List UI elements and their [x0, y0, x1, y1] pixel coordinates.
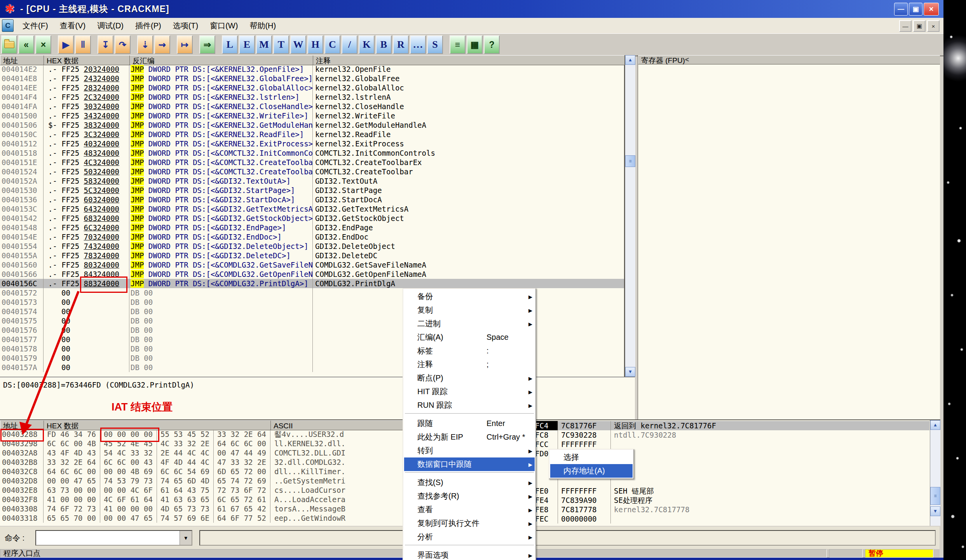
register-line[interactable]: T 0 GS 0000 NULL — [641, 217, 939, 227]
register-line[interactable]: EDI 7C930228 ntdll.7C930228 — [641, 132, 939, 142]
context-menu-item[interactable]: 标签 : — [404, 344, 535, 358]
title-bar[interactable]: ✱ - [CPU - 主线程,模块 - CRACKME] — ▣ × — [0, 0, 943, 18]
stack-scroll-down-button[interactable]: ▼ — [930, 506, 940, 516]
submenu-item[interactable]: 选择 — [550, 450, 633, 464]
stack-row[interactable]: FE8 7C817778 kernel32.7C817778 — [534, 505, 929, 514]
disassembly-row[interactable]: 00401554 .- FF25 74324000 JMP DWORD PTR … — [0, 242, 624, 251]
stack-row[interactable]: FC4 7C81776F 返回到 kernel32.7C81776F — [534, 421, 929, 430]
context-menu-item[interactable]: 复制 ▶ — [404, 303, 535, 317]
register-line[interactable]: FCW 027F Prec NEAR,53 掩码 1 1 1 1 1 1 — [641, 370, 939, 379]
stack-row[interactable]: FCC FFFFFFFF — [534, 440, 929, 449]
register-line[interactable]: ECX 0012FFB0 — [641, 75, 939, 85]
register-line[interactable]: P 0 CS 001B 32位 0(FFFFFFFF) — [641, 179, 939, 189]
command-input[interactable]: ▼ — [35, 530, 192, 546]
register-line[interactable]: O 0 LastErr ERROR_MOD_NOT_FOUND (0000007… — [641, 237, 939, 246]
context-menu-item[interactable]: 分析 ▶ — [404, 530, 535, 544]
register-line[interactable] — [641, 141, 939, 151]
stack-scrollbar[interactable]: ▲ ≡ ▼ — [930, 420, 940, 526]
stack-row[interactable]: FE4 7C839A90 SE处理程序 — [534, 496, 929, 505]
menu-item[interactable]: 帮助(H) — [244, 20, 282, 31]
context-menu-item[interactable]: 查找(S) ▶ — [404, 476, 535, 489]
toolbar-button[interactable]: T — [273, 35, 289, 54]
toolbar-button[interactable]: ? — [484, 35, 500, 54]
toolbar-button[interactable]: « — [18, 35, 34, 54]
register-line[interactable]: ST3 empty 0.0 — [641, 303, 939, 313]
mdi-minimize-button[interactable]: — — [899, 20, 912, 32]
disassembly-row[interactable]: 0040154E .- FF25 70324000 JMP DWORD PTR … — [0, 232, 624, 242]
context-menu-item[interactable]: 此处为新 EIP Ctrl+Gray * — [404, 430, 535, 444]
register-line[interactable]: EAX 00000000 — [641, 65, 939, 75]
context-menu-item[interactable]: 备份 ▶ — [404, 290, 535, 303]
scroll-thumb[interactable]: ≡ — [625, 155, 635, 167]
menu-item[interactable]: 文件(F) — [17, 20, 54, 31]
toolbar-button[interactable]: B — [376, 35, 392, 54]
register-line[interactable]: ESI FFFFFFFF — [641, 122, 939, 132]
mdi-restore-button[interactable]: ▣ — [913, 20, 926, 32]
register-line[interactable]: ST7 empty 1.0000000000000000000 — [641, 341, 939, 351]
stack-scroll-thumb[interactable]: ≡ — [930, 487, 940, 505]
register-line[interactable]: FST 4020 Cond 1 0 0 0 Err 0 0 1 0 0 0 0 … — [641, 360, 939, 370]
cpu-window-icon[interactable]: C — [2, 19, 14, 32]
disassembly-row[interactable]: 00401560 .- FF25 80324000 JMP DWORD PTR … — [0, 260, 624, 270]
disassembly-row[interactable]: 00401536 .- FF25 60324000 JMP DWORD PTR … — [0, 195, 624, 204]
context-menu-item[interactable]: 查看 ▶ — [404, 503, 535, 517]
toolbar-button[interactable]: ↧ — [98, 35, 113, 54]
context-menu-item[interactable]: HIT 跟踪 ▶ — [404, 385, 535, 398]
register-line[interactable]: EBP 0012FFF0 — [641, 113, 939, 123]
toolbar-button[interactable]: H — [307, 35, 323, 54]
registers-header[interactable]: 寄存器 (FPU) <<<<<< — [638, 55, 940, 64]
disassembly-row[interactable]: 0040150C .- FF25 3C324000 JMP DWORD PTR … — [0, 130, 624, 139]
toolbar-button[interactable]: R — [393, 35, 409, 54]
toolbar-button[interactable] — [1, 35, 17, 54]
disassembly-row[interactable]: 00401548 .- FF25 6C324000 JMP DWORD PTR … — [0, 223, 624, 232]
toolbar-button[interactable]: ▦ — [467, 35, 483, 54]
toolbar-button[interactable]: W — [290, 35, 306, 54]
disassembly-row[interactable]: 00401524 .- FF25 50324000 JMP DWORD PTR … — [0, 167, 624, 176]
toolbar-button[interactable]: E — [239, 35, 255, 54]
context-menu-item[interactable] — [404, 472, 535, 476]
mdi-close-button[interactable]: × — [927, 20, 940, 32]
scroll-up-button[interactable]: ▲ — [625, 55, 635, 65]
stack-row[interactable]: FEC 00000000 — [534, 514, 929, 523]
toolbar-button[interactable]: ‖ — [75, 35, 91, 54]
disassembly-row[interactable]: 004014F4 .- FF25 2C324000 JMP DWORD PTR … — [0, 92, 624, 102]
register-line[interactable]: ST5 empty 0.0 — [641, 322, 939, 332]
disassembly-row[interactable]: 004014E8 .- FF25 24324000 JMP DWORD PTR … — [0, 74, 624, 83]
register-line[interactable]: EIP 00401000 CRACKME.<模块入口点> — [641, 151, 939, 161]
toolbar-button[interactable]: … — [410, 35, 426, 54]
disassembly-row[interactable]: 00401518 .- FF25 48324000 JMP DWORD PTR … — [0, 148, 624, 158]
menu-item[interactable]: 选项(T) — [167, 20, 204, 31]
register-line[interactable] — [641, 246, 939, 256]
menu-item[interactable]: 插件(P) — [129, 20, 167, 31]
toolbar-button[interactable]: ↷ — [115, 35, 131, 54]
toolbar-button[interactable]: ⇒ — [199, 35, 215, 54]
menu-item[interactable]: 调试(D) — [91, 20, 129, 31]
toolbar-button[interactable]: C — [324, 35, 340, 54]
register-line[interactable] — [641, 160, 939, 170]
disassembly-row[interactable]: 00401500 .- FF25 34324000 JMP DWORD PTR … — [0, 111, 624, 120]
dropdown-arrow-button[interactable]: ▼ — [180, 531, 192, 545]
disassembly-scrollbar[interactable]: ▲ ≡ ▼ — [625, 55, 635, 377]
register-line[interactable]: Z 0 DS 0023 32位 0(FFFFFFFF) — [641, 198, 939, 208]
disassembly-row[interactable]: 0040153C .- FF25 64324000 JMP DWORD PTR … — [0, 204, 624, 214]
context-menu-item[interactable] — [404, 545, 535, 548]
submenu-item[interactable]: 内存地址(A) — [550, 464, 633, 478]
disassembly-row[interactable]: 0040155A .- FF25 78324000 JMP DWORD PTR … — [0, 251, 624, 260]
toolbar-button[interactable]: ▶ — [58, 35, 74, 54]
context-menu-item[interactable]: 断点(P) ▶ — [404, 371, 535, 385]
context-menu-item[interactable]: 数据窗口中跟随 ▶ — [404, 457, 535, 471]
context-menu-item[interactable] — [404, 413, 535, 417]
toolbar-button[interactable]: ⇝ — [154, 35, 170, 54]
context-menu-item[interactable]: 复制到可执行文件 ▶ — [404, 517, 535, 530]
toolbar-button[interactable]: L — [222, 35, 238, 54]
disassembly-row[interactable]: 004014EE .- FF25 28324000 JMP DWORD PTR … — [0, 83, 624, 92]
register-line[interactable]: ST4 empty 0.0 — [641, 313, 939, 322]
register-line[interactable]: C 1 ES 0023 32位 0(FFFFFFFF) — [641, 170, 939, 180]
menu-item[interactable]: 窗口(W) — [204, 20, 244, 31]
column-header-address[interactable]: 地址 — [0, 56, 44, 65]
context-menu-item[interactable]: 汇编(A) Space — [404, 330, 535, 344]
register-line[interactable]: A 0 SS 0023 32位 0(FFFFFFFF) — [641, 189, 939, 199]
disassembly-row[interactable]: 00401512 .- FF25 40324000 JMP DWORD PTR … — [0, 139, 624, 148]
disassembly-row[interactable]: 004014E2 .- FF25 20324000 JMP DWORD PTR … — [0, 64, 624, 74]
disassembly-row[interactable]: 0040151E .- FF25 4C324000 JMP DWORD PTR … — [0, 158, 624, 167]
